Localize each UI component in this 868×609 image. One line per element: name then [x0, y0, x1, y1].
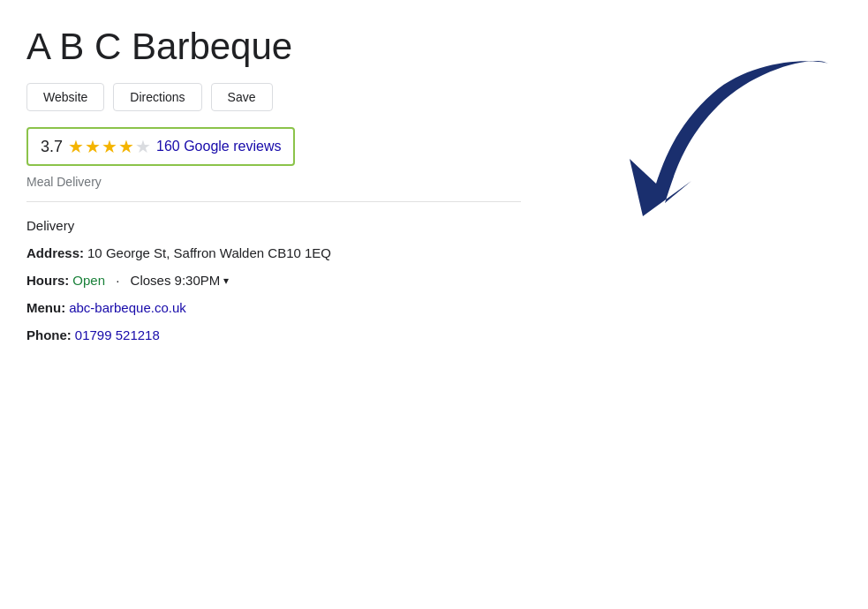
address-label: Address:: [26, 245, 84, 260]
star-4: ★: [118, 136, 134, 157]
action-buttons: Website Directions Save: [26, 83, 521, 111]
star-5: ★: [135, 136, 151, 157]
website-button[interactable]: Website: [26, 83, 104, 111]
rating-box[interactable]: 3.7 ★ ★ ★ ★ ★ 160 Google reviews: [26, 127, 295, 166]
phone-row: Phone: 01799 521218: [26, 327, 521, 342]
hours-label: Hours:: [26, 273, 69, 288]
address-value: 10 George St, Saffron Walden CB10 1EQ: [87, 245, 331, 260]
rating-number: 3.7: [41, 138, 63, 156]
star-2: ★: [85, 136, 101, 157]
hours-separator: ·: [112, 273, 124, 288]
divider: [26, 201, 521, 202]
hours-row: Hours: Open · Closes 9:30PM ▾: [26, 273, 521, 288]
category-text: Meal Delivery: [26, 175, 521, 189]
menu-row: Menu: abc-barbeque.co.uk: [26, 300, 521, 315]
phone-link[interactable]: 01799 521218: [75, 327, 160, 342]
arrow-annotation: [594, 53, 842, 247]
menu-link[interactable]: abc-barbeque.co.uk: [69, 300, 186, 315]
save-button[interactable]: Save: [211, 83, 273, 111]
phone-label: Phone:: [26, 327, 72, 342]
address-row: Address: 10 George St, Saffron Walden CB…: [26, 245, 521, 260]
star-1: ★: [68, 136, 84, 157]
open-status: Open: [72, 273, 105, 288]
star-3: ★: [102, 136, 117, 157]
delivery-label: Delivery: [26, 218, 74, 233]
directions-button[interactable]: Directions: [113, 83, 201, 111]
hours-dropdown-icon[interactable]: ▾: [223, 274, 229, 287]
reviews-link[interactable]: 160 Google reviews: [156, 139, 281, 154]
info-section: Delivery Address: 10 George St, Saffron …: [26, 218, 521, 342]
menu-label: Menu:: [26, 300, 65, 315]
business-name: A B C Barbeque: [26, 26, 521, 67]
stars-container: ★ ★ ★ ★ ★: [68, 136, 151, 157]
arrow-svg: [594, 53, 842, 247]
hours-close: Closes 9:30PM: [131, 273, 221, 288]
delivery-row: Delivery: [26, 218, 521, 233]
